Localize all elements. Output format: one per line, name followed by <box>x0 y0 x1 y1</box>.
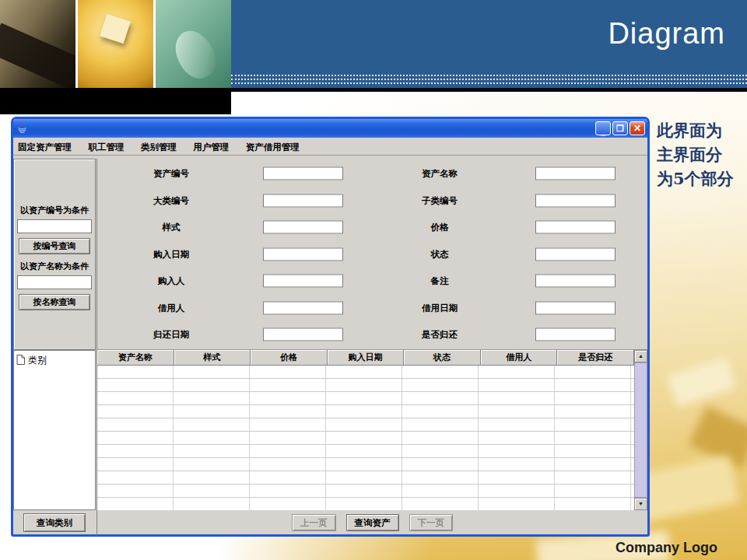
search-by-name-button[interactable]: 按名称查询 <box>19 294 90 310</box>
form-row: 购入人 备注 <box>97 268 647 295</box>
field-input-borrower[interactable] <box>263 301 343 314</box>
form-row: 资产编号 资产名称 <box>97 160 647 187</box>
table-body-empty[interactable] <box>97 366 634 510</box>
field-input-price[interactable] <box>535 221 615 234</box>
menu-employee-management[interactable]: 职工管理 <box>88 138 124 156</box>
close-button[interactable]: ✕ <box>630 121 645 135</box>
field-input-asset-code[interactable] <box>263 167 343 180</box>
field-input-status[interactable] <box>535 247 615 261</box>
category-tree-panel: 类别 <box>13 350 96 510</box>
dotted-divider <box>231 75 747 86</box>
app-window: _ ❐ ✕ 固定资产管理 职工管理 类别管理 用户管理 资产借用管理 以资产编号… <box>11 117 650 537</box>
slide-title: Diagram <box>608 17 725 51</box>
column-header-returned[interactable]: 是否归还 <box>557 350 634 366</box>
field-label-price: 价格 <box>381 222 498 233</box>
field-label-status: 状态 <box>381 248 498 260</box>
field-label-return-date: 归还日期 <box>113 329 230 341</box>
java-coffee-icon <box>17 122 27 137</box>
column-header-price[interactable]: 价格 <box>251 350 328 366</box>
window-content: 以资产编号为条件 按编号查询 以资产名称为条件 按名称查询 类别 <box>13 156 647 534</box>
document-icon <box>16 355 25 367</box>
field-input-style[interactable] <box>263 221 343 234</box>
annotation-line: 为5个部分 <box>657 166 744 191</box>
menu-fixed-asset-management[interactable]: 固定资产管理 <box>18 138 72 156</box>
search-by-name-input[interactable] <box>17 275 92 289</box>
column-header-asset-name[interactable]: 资产名称 <box>97 350 174 366</box>
header-blue-band: Diagram <box>231 0 747 88</box>
field-input-major-class-code[interactable] <box>263 194 343 207</box>
annotation-line: 此界面为 <box>657 118 744 142</box>
field-input-sub-class-code[interactable] <box>535 194 615 207</box>
field-input-remarks[interactable] <box>535 275 615 288</box>
form-row: 购入日期 状态 <box>97 241 647 268</box>
presentation-slide: Diagram 此界面为 主界面分 为5个部分 Company Logo _ ❐ <box>0 0 747 560</box>
field-label-asset-code: 资产编号 <box>113 168 230 180</box>
field-label-remarks: 备注 <box>381 275 498 287</box>
field-input-purchase-date[interactable] <box>263 247 343 261</box>
field-input-asset-name[interactable] <box>535 167 615 180</box>
table-scrollbar[interactable]: ▲ ▼ <box>634 350 647 510</box>
form-row: 归还日期 是否归还 <box>97 321 647 348</box>
photo-computer-mouse <box>156 0 231 88</box>
menu-asset-borrow-management[interactable]: 资产借用管理 <box>246 138 300 156</box>
field-label-borrower: 借用人 <box>113 302 230 313</box>
field-input-return-date[interactable] <box>263 328 343 341</box>
scrollbar-thumb[interactable] <box>634 362 647 498</box>
pager-bar: 上一页 查询资产 下一页 <box>96 510 647 535</box>
search-panel: 以资产编号为条件 按编号查询 以资产名称为条件 按名称查询 <box>13 159 96 350</box>
search-by-name-label: 以资产名称为条件 <box>14 261 95 272</box>
table-header-row: 资产名称 样式 价格 购入日期 状态 借用人 是否归还 <box>97 350 634 366</box>
asset-form-panel: 资产编号 资产名称 大类编号 子类编号 样式 价格 <box>96 159 647 350</box>
scroll-down-icon[interactable]: ▼ <box>634 498 647 510</box>
scroll-up-icon[interactable]: ▲ <box>634 350 647 362</box>
field-label-style: 样式 <box>113 222 230 233</box>
window-titlebar[interactable]: _ ❐ ✕ <box>13 119 647 138</box>
form-row: 样式 价格 <box>97 214 647 241</box>
tree-footer: 查询类别 <box>13 510 96 535</box>
company-logo-text: Company Logo <box>615 540 717 556</box>
field-input-borrow-date[interactable] <box>535 301 615 314</box>
menu-category-management[interactable]: 类别管理 <box>141 138 177 156</box>
column-header-style[interactable]: 样式 <box>174 350 251 366</box>
results-table: 资产名称 样式 价格 购入日期 状态 借用人 是否归还 ▲ ▼ <box>96 350 647 510</box>
form-row: 借用人 借用日期 <box>97 295 647 322</box>
tree-node-category[interactable]: 类别 <box>14 351 95 370</box>
next-page-button[interactable]: 下一页 <box>409 514 454 531</box>
field-label-sub-class-code: 子类编号 <box>381 194 498 206</box>
photo-pen-writing <box>0 0 75 88</box>
column-header-purchase-date[interactable]: 购入日期 <box>328 350 405 366</box>
menu-bar: 固定资产管理 职工管理 类别管理 用户管理 资产借用管理 <box>13 138 647 156</box>
field-label-purchaser: 购入人 <box>113 275 230 287</box>
search-by-code-button[interactable]: 按编号查询 <box>19 238 90 254</box>
form-row: 大类编号 子类编号 <box>97 187 647 215</box>
field-label-purchase-date: 购入日期 <box>113 248 230 260</box>
field-label-returned-or-not: 是否归还 <box>381 329 498 341</box>
minimize-button[interactable]: _ <box>595 121 611 135</box>
maximize-button[interactable]: ❐ <box>612 121 628 135</box>
search-by-code-input[interactable] <box>17 219 92 233</box>
header-black-bar <box>0 88 231 114</box>
field-label-borrow-date: 借用日期 <box>381 302 498 313</box>
query-assets-button[interactable]: 查询资产 <box>346 514 399 531</box>
column-header-status[interactable]: 状态 <box>404 350 481 366</box>
field-input-purchaser[interactable] <box>263 275 343 288</box>
field-label-major-class-code: 大类编号 <box>113 194 230 206</box>
header-photo-strip <box>0 0 231 88</box>
query-category-button[interactable]: 查询类别 <box>23 513 86 532</box>
search-by-code-label: 以资产编号为条件 <box>14 205 95 216</box>
menu-user-management[interactable]: 用户管理 <box>193 138 229 156</box>
photo-keyboard-key <box>78 0 153 88</box>
field-input-returned-or-not[interactable] <box>535 328 615 341</box>
tree-node-label: 类别 <box>28 354 47 367</box>
annotation-text: 此界面为 主界面分 为5个部分 <box>657 118 744 191</box>
column-header-borrower[interactable]: 借用人 <box>481 350 558 366</box>
previous-page-button[interactable]: 上一页 <box>292 514 336 531</box>
field-label-asset-name: 资产名称 <box>381 168 498 180</box>
annotation-line: 主界面分 <box>657 142 744 166</box>
